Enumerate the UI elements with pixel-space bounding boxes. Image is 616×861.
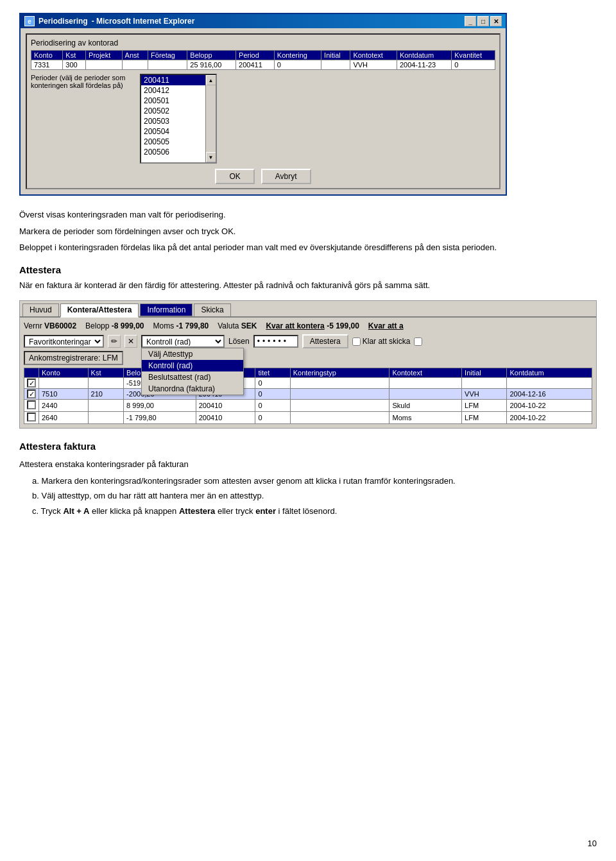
valuta-label: Valuta — [218, 321, 239, 330]
belopp-value: -8 999,00 — [112, 321, 144, 330]
scrollbar[interactable]: ▲ ▼ — [205, 75, 216, 162]
moms-label: Moms — [153, 321, 175, 330]
item-c-text-before: Tryck — [41, 506, 64, 516]
row-checkbox[interactable] — [27, 400, 36, 409]
attestera-button[interactable]: Attestera — [302, 334, 348, 348]
list-item-a: a. Markera den konteringsrad/konteringsr… — [32, 475, 597, 488]
period-listbox[interactable]: 200411 200412 200501 200502 200503 20050… — [140, 74, 217, 164]
paragraph-4: När en faktura är konterad är den färdig… — [19, 279, 597, 292]
ankom-bar: Ankomstregistrerare: LFM — [24, 351, 123, 365]
scroll-up[interactable]: ▲ — [206, 75, 216, 85]
extra-checkbox[interactable] — [414, 337, 422, 346]
tab-bar: Huvud Kontera/Attestera Information Skic… — [20, 301, 596, 318]
table-row: 2640 -1 799,80 200410 0 Moms LFM 2004-10… — [24, 412, 592, 424]
item-c-text-mid: eller klicka på knappen — [89, 506, 178, 516]
col-initial: Initial — [321, 51, 350, 60]
ok-button[interactable]: OK — [215, 169, 254, 184]
klar-label: Klar att skicka — [363, 337, 411, 346]
dialog-section-title: Periodisering av kontorad — [31, 38, 495, 47]
info-bar: Vernr VB60002 Belopp -8 999,00 Moms -1 7… — [24, 321, 592, 330]
list-item[interactable]: 200502 — [141, 106, 216, 116]
scroll-track — [207, 85, 216, 152]
attestera-heading: Attestera — [19, 264, 597, 275]
list-item[interactable]: 200412 — [141, 85, 216, 96]
item-c-letter: c. — [32, 506, 41, 516]
klar-checkbox-input[interactable] — [352, 337, 361, 346]
scroll-down[interactable]: ▼ — [206, 152, 216, 162]
item-c-bold1: Alt + A — [63, 506, 89, 516]
page-number: 10 — [588, 839, 597, 848]
col-anst: Anst — [122, 51, 148, 60]
kvar2-label: Kvar att a — [368, 321, 404, 330]
list-item[interactable]: 200501 — [141, 96, 216, 106]
list-item[interactable]: 200411 — [141, 75, 216, 85]
col-kontdatum: Kontdatum — [507, 368, 592, 378]
losen-label: Lösen — [228, 337, 250, 346]
item-c-text-after: eller tryck — [215, 506, 255, 516]
belopp-label: Belopp — [85, 321, 109, 330]
paragraph-1: Överst visas konteringsraden man valt fö… — [19, 209, 597, 221]
minimize-button[interactable]: _ — [465, 16, 476, 26]
col-konto: Konto — [39, 368, 89, 378]
item-a-letter: a. — [32, 476, 41, 486]
paragraph-3: Beloppet i konteringsraden fördelas lika… — [19, 241, 597, 254]
vernr-value: VB60002 — [44, 321, 76, 330]
col-kontdatum: Kontdatum — [397, 51, 451, 60]
col-belopp: Belopp — [187, 51, 236, 60]
tab-huvud[interactable]: Huvud — [22, 303, 59, 316]
tab-information[interactable]: Information — [140, 303, 193, 316]
dropdown-item-valj[interactable]: Välj Attesttyp — [142, 348, 243, 360]
table-row: 7510 210 -2000,20 200410 0 VVH 2004-12-1… — [24, 389, 592, 400]
attesttyp-select[interactable]: Kontroll (rad) — [141, 335, 225, 348]
col-kst: Kst — [88, 368, 124, 378]
kontering-table: Konto Kst Belop titet Konteringstyp Kont… — [24, 368, 592, 424]
close-button[interactable]: ✕ — [490, 16, 502, 26]
table-row: 2440 8 999,00 200410 0 Skuld LFM 2004-10… — [24, 400, 592, 412]
item-b-letter: b. — [32, 491, 41, 500]
col-konto: Konto — [31, 51, 63, 60]
dropdown-item-besluts[interactable]: Beslutsattest (rad) — [142, 371, 243, 383]
col-kontotext: Kontotext — [350, 51, 397, 60]
list-item[interactable]: 200504 — [141, 126, 216, 137]
item-b-text: Välj attesttyp, om du har rätt att hante… — [41, 491, 264, 500]
col-kst: Kst — [63, 51, 86, 60]
losen-input[interactable] — [253, 335, 298, 348]
paragraph-2: Markera de perioder som fördelningen avs… — [19, 225, 597, 238]
row-checkbox[interactable] — [27, 413, 36, 422]
vernr-label: Vernr — [24, 321, 42, 330]
dropdown-item-kontroll[interactable]: Kontroll (rad) — [142, 360, 243, 371]
maximize-button[interactable]: □ — [477, 16, 489, 26]
klar-att-skicka-checkbox: Klar att skicka — [352, 337, 411, 346]
attestera-intro: Attestera enstaka konteringsrader på fak… — [19, 458, 597, 471]
cancel-button[interactable]: Avbryt — [261, 169, 311, 184]
col-titet: titet — [255, 368, 290, 378]
row-checkbox[interactable] — [27, 379, 36, 388]
row-checkbox[interactable] — [27, 389, 36, 398]
col-kvantitet: Kvantitet — [452, 51, 495, 60]
attesttyp-dropdown: Välj Attesttyp Kontroll (rad) Beslutsatt… — [141, 348, 244, 395]
col-check — [24, 368, 39, 378]
toolbar-row: Favoritkonteringar ✏ ✕ Kontroll (rad) Vä… — [24, 334, 592, 348]
tab-kontera-attestera[interactable]: Kontera/Attestera — [60, 303, 139, 318]
item-c-bold3: enter — [255, 506, 276, 516]
dropdown-item-utanordna[interactable]: Utanordna (faktura) — [142, 383, 243, 395]
list-item[interactable]: 200506 — [141, 147, 216, 157]
kvar-label: Kvar att kontera — [266, 321, 324, 330]
app-icon: e — [24, 16, 35, 26]
attestera-window: Huvud Kontera/Attestera Information Skic… — [19, 300, 597, 429]
tab-skicka[interactable]: Skicka — [194, 303, 230, 316]
moms-value: -1 799,80 — [176, 321, 209, 330]
list-item[interactable]: 200505 — [141, 137, 216, 147]
item-c-bold2: Attestera — [179, 506, 215, 516]
valuta-value: SEK — [241, 321, 257, 330]
edit-icon-button[interactable]: ✏ — [108, 335, 121, 348]
attestera-faktura-section: Attestera faktura Attestera enstaka kont… — [19, 439, 597, 517]
favoritkonteringar-select[interactable]: Favoritkonteringar — [24, 335, 104, 348]
attestera-list: a. Markera den konteringsrad/konteringsr… — [32, 475, 597, 518]
list-item[interactable]: 200503 — [141, 116, 216, 126]
delete-icon-button[interactable]: ✕ — [124, 335, 137, 348]
item-c-text-end: i fältet lösenord. — [276, 506, 337, 516]
list-item-c: c. Tryck Alt + A eller klicka på knappen… — [32, 505, 597, 518]
table-header-row: Konto Kst Belop titet Konteringstyp Kont… — [24, 368, 592, 378]
dialog-title: Periodisering — [38, 17, 88, 26]
